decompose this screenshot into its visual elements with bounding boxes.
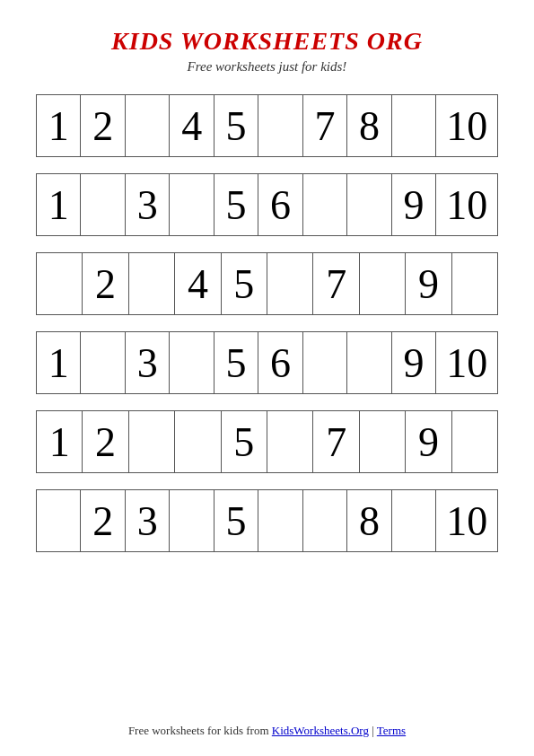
terms-link[interactable]: Terms	[377, 724, 406, 737]
cell-r1-c10: 10	[436, 95, 497, 156]
cell-r1-c7: 7	[303, 95, 347, 156]
cell-r3-c3	[129, 253, 175, 314]
cell-r6-c2: 2	[81, 490, 125, 551]
cell-r1-c5: 5	[214, 95, 258, 156]
cell-r6-c8: 8	[347, 490, 391, 551]
number-row-2: 1356910	[36, 173, 498, 236]
cell-r2-c6: 6	[258, 174, 302, 235]
cell-r5-c10	[452, 411, 497, 472]
cell-r3-c4: 4	[175, 253, 221, 314]
cell-r3-c2: 2	[83, 253, 128, 314]
number-row-4: 1356910	[36, 331, 498, 394]
cell-r2-c4	[170, 174, 214, 235]
footer-link[interactable]: KidsWorksheets.Org	[272, 724, 369, 737]
cell-r4-c10: 10	[436, 332, 497, 393]
cell-r2-c7	[303, 174, 347, 235]
cell-r6-c6	[258, 490, 302, 551]
cell-r3-c6	[267, 253, 313, 314]
cell-r2-c3: 3	[126, 174, 170, 235]
cell-r6-c1	[37, 490, 81, 551]
cell-r5-c7: 7	[313, 411, 359, 472]
site-subtitle: Free worksheets just for kids!	[188, 59, 347, 75]
cell-r2-c2	[81, 174, 125, 235]
cell-r3-c8	[360, 253, 406, 314]
cell-r4-c7	[303, 332, 347, 393]
cell-r6-c5: 5	[214, 490, 258, 551]
cell-r5-c6	[267, 411, 313, 472]
cell-r1-c4: 4	[170, 95, 214, 156]
cell-r3-c9: 9	[406, 253, 451, 314]
cell-r4-c1: 1	[37, 332, 81, 393]
cell-r2-c9: 9	[392, 174, 436, 235]
number-row-1: 12457810	[36, 94, 498, 157]
cell-r2-c5: 5	[214, 174, 258, 235]
cell-r5-c4	[175, 411, 221, 472]
cell-r6-c9	[392, 490, 436, 551]
cell-r4-c6: 6	[258, 332, 302, 393]
cell-r5-c2: 2	[83, 411, 128, 472]
cell-r3-c10	[452, 253, 497, 314]
footer-text: Free worksheets for kids from	[128, 724, 272, 737]
cell-r4-c9: 9	[392, 332, 436, 393]
cell-r4-c2	[81, 332, 125, 393]
cell-r1-c8: 8	[347, 95, 391, 156]
cell-r2-c8	[347, 174, 391, 235]
cell-r2-c1: 1	[37, 174, 81, 235]
cell-r6-c10: 10	[436, 490, 497, 551]
cell-r6-c7	[303, 490, 347, 551]
cell-r5-c9: 9	[406, 411, 451, 472]
cell-r1-c6	[258, 95, 302, 156]
number-row-3: 24579	[36, 252, 498, 315]
cell-r1-c9	[392, 95, 436, 156]
cell-r1-c3	[126, 95, 170, 156]
cell-r5-c5: 5	[222, 411, 267, 472]
cell-r2-c10: 10	[436, 174, 497, 235]
cell-r4-c4	[170, 332, 214, 393]
cell-r4-c5: 5	[214, 332, 258, 393]
cell-r5-c1: 1	[37, 411, 83, 472]
cell-r3-c7: 7	[313, 253, 359, 314]
number-row-6: 235810	[36, 489, 498, 552]
cell-r4-c8	[347, 332, 391, 393]
cell-r1-c1: 1	[37, 95, 81, 156]
footer: Free worksheets for kids from KidsWorksh…	[128, 697, 406, 738]
cell-r1-c2: 2	[81, 95, 125, 156]
cell-r6-c4	[170, 490, 214, 551]
number-row-5: 12579	[36, 410, 498, 473]
cell-r5-c3	[129, 411, 175, 472]
site-title: KIDS WORKSHEETS ORG	[111, 27, 423, 56]
cell-r3-c5: 5	[222, 253, 267, 314]
cell-r3-c1	[37, 253, 83, 314]
cell-r6-c3: 3	[126, 490, 170, 551]
cell-r4-c3: 3	[126, 332, 170, 393]
cell-r5-c8	[360, 411, 406, 472]
